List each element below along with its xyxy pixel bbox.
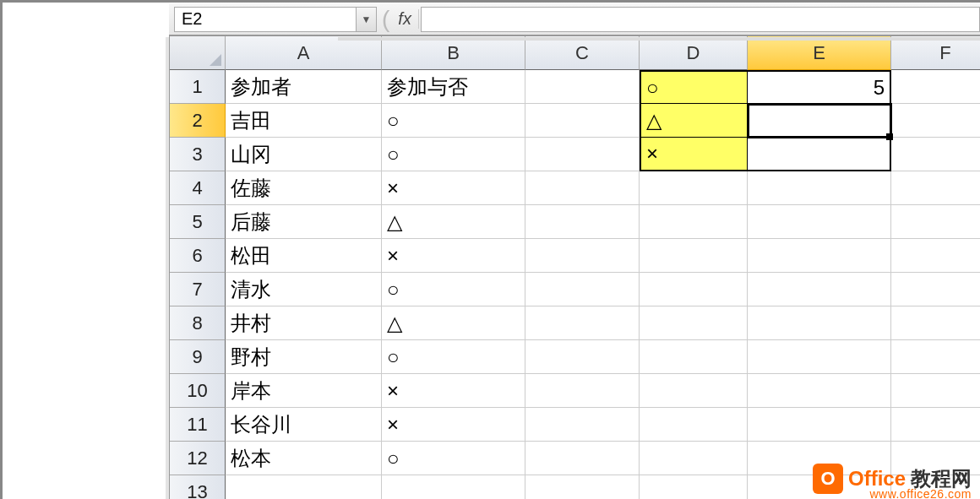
cell-D5[interactable]: [640, 205, 748, 239]
cell-F2[interactable]: [891, 104, 980, 138]
cell-F3[interactable]: [891, 138, 980, 171]
cell-A13[interactable]: [226, 475, 382, 499]
fx-label[interactable]: fx: [391, 9, 419, 29]
cell-E11[interactable]: [748, 408, 891, 442]
cell-D6[interactable]: [640, 239, 748, 273]
cell-F4[interactable]: [891, 171, 980, 205]
cell-A7[interactable]: 清水: [226, 273, 382, 306]
cell-D9[interactable]: [640, 340, 748, 374]
cell-A12[interactable]: 松本: [226, 442, 382, 475]
cell-D3[interactable]: ×: [640, 138, 748, 171]
cell-F10[interactable]: [891, 374, 980, 408]
cell-C5[interactable]: [525, 205, 640, 239]
cell-F6[interactable]: [891, 239, 980, 273]
cell-C13[interactable]: [525, 475, 640, 499]
cell-D1[interactable]: ○: [640, 70, 748, 104]
row-header-2[interactable]: 2: [170, 104, 226, 138]
cell-C4[interactable]: [525, 171, 640, 205]
row-header-5[interactable]: 5: [170, 205, 226, 239]
cell-A11[interactable]: 长谷川: [226, 408, 382, 442]
row-header-11[interactable]: 11: [170, 408, 226, 442]
row-header-1[interactable]: 1: [170, 70, 226, 104]
cell-D4[interactable]: [640, 171, 748, 205]
select-all-corner[interactable]: [170, 36, 226, 70]
cell-C6[interactable]: [525, 239, 640, 273]
name-box-dropdown[interactable]: ▼: [356, 8, 376, 31]
cell-A3[interactable]: 山冈: [226, 138, 382, 171]
cell-B11[interactable]: ×: [382, 408, 525, 442]
cell-B13[interactable]: [382, 475, 525, 499]
cell-E10[interactable]: [748, 374, 891, 408]
cell-B2[interactable]: ○: [382, 104, 525, 138]
cell-F5[interactable]: [891, 205, 980, 239]
col-header-C[interactable]: C: [525, 36, 640, 70]
row-header-13[interactable]: 13: [170, 475, 226, 499]
cell-C10[interactable]: [525, 374, 640, 408]
cell-B7[interactable]: ○: [382, 273, 525, 306]
cell-C12[interactable]: [525, 442, 640, 475]
col-header-D[interactable]: D: [640, 36, 748, 70]
cell-C2[interactable]: [525, 104, 640, 138]
cell-E9[interactable]: [748, 340, 891, 374]
col-header-B[interactable]: B: [382, 36, 525, 70]
cell-D7[interactable]: [640, 273, 748, 306]
cell-B3[interactable]: ○: [382, 138, 525, 171]
cell-A10[interactable]: 岸本: [226, 374, 382, 408]
cell-E2[interactable]: [748, 104, 891, 138]
cell-E6[interactable]: [748, 239, 891, 273]
cell-D2[interactable]: △: [640, 104, 748, 138]
cell-F8[interactable]: [891, 306, 980, 340]
row-header-7[interactable]: 7: [170, 273, 226, 306]
cell-C8[interactable]: [525, 306, 640, 340]
cell-E5[interactable]: [748, 205, 891, 239]
cell-E1[interactable]: 5: [748, 70, 891, 104]
cell-E4[interactable]: [748, 171, 891, 205]
cell-A2[interactable]: 吉田: [226, 104, 382, 138]
cell-C9[interactable]: [525, 340, 640, 374]
cell-A8[interactable]: 井村: [226, 306, 382, 340]
row-header-12[interactable]: 12: [170, 442, 226, 475]
col-header-A[interactable]: A: [226, 36, 382, 70]
cell-D10[interactable]: [640, 374, 748, 408]
cell-C11[interactable]: [525, 408, 640, 442]
cell-D11[interactable]: [640, 408, 748, 442]
cell-A9[interactable]: 野村: [226, 340, 382, 374]
col-header-E[interactable]: E: [748, 36, 891, 70]
cell-A4[interactable]: 佐藤: [226, 171, 382, 205]
row-header-6[interactable]: 6: [170, 239, 226, 273]
cell-B8[interactable]: △: [382, 306, 525, 340]
cell-E7[interactable]: [748, 273, 891, 306]
cell-F11[interactable]: [891, 408, 980, 442]
col-header-F[interactable]: F: [891, 36, 980, 70]
cell-B10[interactable]: ×: [382, 374, 525, 408]
cell-D12[interactable]: [640, 442, 748, 475]
cell-E3[interactable]: [748, 138, 891, 171]
cell-A6[interactable]: 松田: [226, 239, 382, 273]
cell-B1[interactable]: 参加与否: [382, 70, 525, 104]
cell-B5[interactable]: △: [382, 205, 525, 239]
row-header-10[interactable]: 10: [170, 374, 226, 408]
cell-B6[interactable]: ×: [382, 239, 525, 273]
row-header-9[interactable]: 9: [170, 340, 226, 374]
cell-C1[interactable]: [525, 70, 640, 104]
cell-D8[interactable]: [640, 306, 748, 340]
cell-A1[interactable]: 参加者: [226, 70, 382, 104]
row-header-4[interactable]: 4: [170, 171, 226, 205]
row-header-8[interactable]: 8: [170, 306, 226, 340]
cell-E8[interactable]: [748, 306, 891, 340]
watermark: O Office教程网: [813, 464, 972, 494]
cell-F1[interactable]: [891, 70, 980, 104]
formula-input[interactable]: [421, 7, 980, 32]
cell-D13[interactable]: [640, 475, 748, 499]
row-header-3[interactable]: 3: [170, 138, 226, 171]
cell-grid[interactable]: A B C D E F G H 1 参加者 参加与否 ○ 5 2 吉田 ○ △ …: [169, 35, 980, 499]
cell-F9[interactable]: [891, 340, 980, 374]
name-box[interactable]: E2 ▼: [174, 7, 377, 32]
cell-B9[interactable]: ○: [382, 340, 525, 374]
cell-C7[interactable]: [525, 273, 640, 306]
cell-C3[interactable]: [525, 138, 640, 171]
cell-F7[interactable]: [891, 273, 980, 306]
cell-A5[interactable]: 后藤: [226, 205, 382, 239]
cell-B4[interactable]: ×: [382, 171, 525, 205]
cell-B12[interactable]: ○: [382, 442, 525, 475]
